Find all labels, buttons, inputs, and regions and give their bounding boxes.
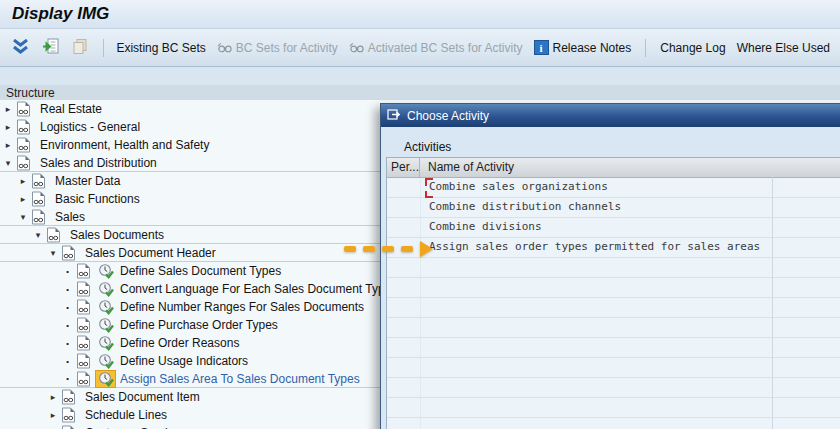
activity-name-cell[interactable] xyxy=(421,378,840,397)
double-chevron-down-icon xyxy=(12,39,29,57)
activity-name-cell[interactable] xyxy=(421,398,840,417)
activity-name-cell[interactable] xyxy=(421,318,840,337)
expander-icon[interactable]: ▸ xyxy=(45,410,61,420)
activity-permitted-cell[interactable] xyxy=(387,258,421,277)
expander-icon[interactable]: · xyxy=(60,282,76,297)
img-activity-execute-icon[interactable] xyxy=(96,371,115,387)
tree-item-label[interactable]: Basic Functions xyxy=(55,192,140,206)
activity-permitted-cell[interactable] xyxy=(387,278,421,297)
tree-item-label[interactable]: Sales Documents xyxy=(70,228,164,242)
tree-item-label[interactable]: Master Data xyxy=(55,174,120,188)
img-node-doc-icon xyxy=(61,245,81,261)
tree-item-label[interactable]: Define Usage Indicators xyxy=(120,354,248,368)
tree-item-label[interactable]: Sales Document Item xyxy=(85,390,200,404)
expander-icon[interactable]: ▸ xyxy=(0,122,16,132)
tree-item-label[interactable]: Environment, Health and Safety xyxy=(40,138,209,152)
tree-item-label[interactable]: Logistics - General xyxy=(40,120,140,134)
activity-permitted-cell[interactable] xyxy=(387,218,421,237)
expander-icon[interactable]: · xyxy=(60,300,76,315)
tree-item-label[interactable]: Define Sales Document Types xyxy=(120,264,281,278)
toolbar-button[interactable]: iRelease Notes xyxy=(534,40,632,55)
expander-icon[interactable]: ▾ xyxy=(0,158,16,168)
arrow-dash xyxy=(382,246,394,252)
activity-name-cell[interactable]: Combine distribution channels xyxy=(421,198,840,217)
activity-name-cell[interactable] xyxy=(421,258,840,277)
img-node-doc-icon xyxy=(16,101,36,117)
activity-permitted-cell[interactable] xyxy=(387,198,421,217)
expander-icon[interactable]: ▸ xyxy=(15,176,31,186)
expander-icon[interactable]: ▾ xyxy=(15,212,31,222)
activity-name-cell[interactable]: Assign sales order types permitted for s… xyxy=(421,238,840,257)
img-activity-execute-icon[interactable] xyxy=(96,353,115,369)
tree-indent xyxy=(0,252,45,253)
activity-permitted-cell[interactable] xyxy=(387,318,421,337)
expander-icon[interactable]: · xyxy=(60,336,76,351)
tree-item-label[interactable]: Sales Document Header xyxy=(85,246,216,260)
activity-permitted-cell[interactable] xyxy=(387,338,421,357)
activity-permitted-cell[interactable] xyxy=(387,298,421,317)
tree-item-label[interactable]: Schedule Lines xyxy=(85,408,167,422)
tree-indent xyxy=(0,361,60,362)
arrow-head-icon xyxy=(420,241,433,257)
tree-item-label[interactable]: Sales and Distribution xyxy=(40,156,157,170)
img-node-doc-icon xyxy=(76,281,96,297)
expander-icon[interactable]: · xyxy=(60,318,76,333)
toolbar-button: BC Sets for Activity xyxy=(217,41,338,55)
activity-name-cell[interactable] xyxy=(421,298,840,317)
expander-icon[interactable]: ▸ xyxy=(15,194,31,204)
tree-indent xyxy=(0,378,60,379)
application-toolbar: Existing BC Sets BC Sets for Activity Ac… xyxy=(0,29,840,67)
img-node-doc-icon xyxy=(61,389,81,405)
tree-item-label[interactable]: Sales xyxy=(55,210,85,224)
img-node-doc-icon xyxy=(76,335,96,351)
activity-permitted-cell[interactable] xyxy=(387,378,421,397)
panel-gap xyxy=(0,67,840,85)
expander-icon[interactable]: · xyxy=(60,264,76,279)
annotation-dashed-arrow xyxy=(344,242,433,256)
dialog-titlebar[interactable]: Choose Activity xyxy=(381,104,840,127)
img-node-doc-icon xyxy=(16,155,36,171)
tree-item-label[interactable]: Define Number Ranges For Sales Documents xyxy=(120,300,364,314)
collapse-all-button[interactable] xyxy=(10,37,31,59)
expander-icon[interactable]: ▸ xyxy=(0,104,16,114)
img-node-doc-icon xyxy=(46,227,66,243)
tree-item-label[interactable]: Real Estate xyxy=(40,102,102,116)
toolbar-button[interactable]: Existing BC Sets xyxy=(116,41,205,55)
activities-group-label: Activities xyxy=(387,137,840,156)
toolbar-button[interactable]: Where Else Used xyxy=(737,41,830,55)
activity-permitted-cell[interactable] xyxy=(387,358,421,377)
toolbar-separator xyxy=(645,39,646,57)
activity-name-cell[interactable]: Combine sales organizations xyxy=(421,178,840,197)
activity-permitted-cell[interactable] xyxy=(387,178,421,197)
expander-icon[interactable]: ▸ xyxy=(45,392,61,402)
img-activity-execute-icon[interactable] xyxy=(96,263,115,279)
img-node-doc-icon xyxy=(76,299,96,315)
expander-icon[interactable]: ▾ xyxy=(45,248,61,258)
tree-item-label[interactable]: Define Purchase Order Types xyxy=(120,318,278,332)
activity-name-cell[interactable] xyxy=(421,358,840,377)
img-node-doc-icon xyxy=(16,137,36,153)
activity-name-cell[interactable] xyxy=(421,338,840,357)
choose-activity-dialog: Choose Activity Activities Per... Name o… xyxy=(380,103,840,429)
arrow-dash xyxy=(344,246,356,252)
expander-icon[interactable]: · xyxy=(60,371,76,386)
activity-permitted-cell[interactable] xyxy=(387,418,421,429)
img-activity-execute-icon[interactable] xyxy=(96,335,115,351)
expander-icon[interactable]: ▾ xyxy=(30,230,46,240)
activity-permitted-cell[interactable] xyxy=(387,398,421,417)
tree-item-label[interactable]: Assign Sales Area To Sales Document Type… xyxy=(120,372,360,386)
display-bc-set-button[interactable] xyxy=(40,37,61,59)
expander-icon[interactable]: · xyxy=(60,354,76,369)
activity-name-cell[interactable] xyxy=(421,418,840,429)
activity-name-cell[interactable] xyxy=(421,278,840,297)
tree-item-label[interactable]: Define Order Reasons xyxy=(120,336,239,350)
img-activity-execute-icon[interactable] xyxy=(96,317,115,333)
column-header-name-of-activity: Name of Activity xyxy=(420,158,840,177)
toolbar-button[interactable]: Change Log xyxy=(660,41,725,55)
tree-item-label[interactable]: Convert Language For Each Sales Document… xyxy=(120,282,397,296)
expander-icon[interactable]: ▸ xyxy=(0,140,16,150)
activity-name-cell[interactable]: Combine divisions xyxy=(421,218,840,237)
toolbar-button: Activated BC Sets for Activity xyxy=(349,41,523,55)
img-activity-execute-icon[interactable] xyxy=(96,299,115,315)
img-activity-execute-icon[interactable] xyxy=(96,281,115,297)
